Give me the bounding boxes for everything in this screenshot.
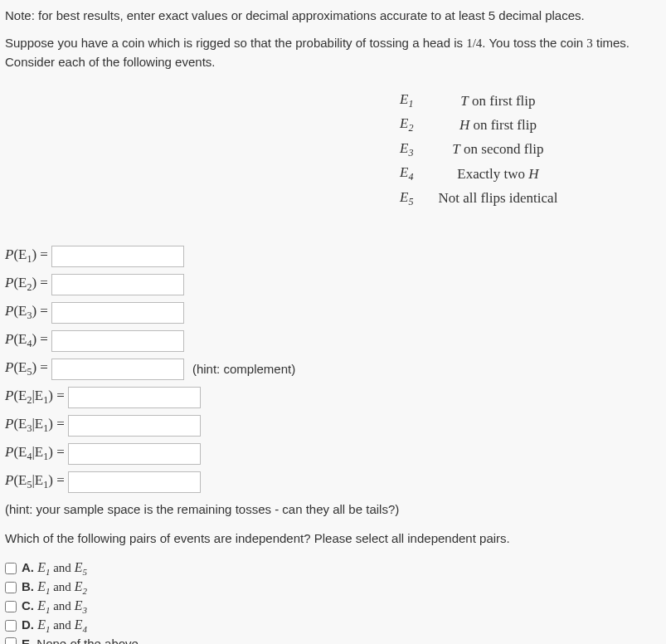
note-text: Note: for best results, enter exact valu… xyxy=(5,8,658,22)
independence-question: Which of the following pairs of events a… xyxy=(5,531,658,545)
choice-a-checkbox[interactable] xyxy=(5,563,17,574)
pe1-field[interactable] xyxy=(51,246,184,267)
pe2-field[interactable] xyxy=(51,274,184,295)
input-row-pe5: P(E5) = (hint: complement) xyxy=(5,358,658,381)
choice-e-checkbox[interactable] xyxy=(5,637,17,644)
table-row: E2 H on first flip xyxy=(388,114,569,136)
problem-statement: Suppose you have a coin which is rigged … xyxy=(5,34,658,71)
hint-complement: (hint: complement) xyxy=(192,362,295,376)
input-row-pe4ge1: P(E4|E1) = xyxy=(5,442,658,466)
input-row-pe3ge1: P(E3|E1) = xyxy=(5,414,658,437)
table-row: E1 T on first flip xyxy=(388,90,569,112)
table-row: E4 Exactly two H xyxy=(388,163,569,185)
pe3-field[interactable] xyxy=(51,302,184,324)
choice-b-row: B. E1 and E2 xyxy=(5,579,658,596)
choice-e-row: E. None of the above xyxy=(5,637,658,644)
input-row-pe5ge1: P(E5|E1) = xyxy=(5,471,658,494)
choice-c-row: C. E1 and E3 xyxy=(5,598,658,615)
events-definition-table: E1 T on first flip E2 H on first flip E3… xyxy=(386,88,571,212)
pe2ge1-field[interactable] xyxy=(68,387,201,408)
input-row-pe2: P(E2) = xyxy=(5,273,658,296)
input-row-pe2ge1: P(E2|E1) = xyxy=(5,386,658,409)
table-row: E3 T on second flip xyxy=(388,139,569,161)
input-row-pe4: P(E4) = xyxy=(5,329,658,353)
table-row: E5 Not all flips identical xyxy=(388,188,569,210)
choice-a-row: A. E1 and E5 xyxy=(5,560,658,577)
choice-d-checkbox[interactable] xyxy=(5,620,17,632)
input-row-pe1: P(E1) = xyxy=(5,245,658,268)
input-row-pe3: P(E3) = xyxy=(5,301,658,324)
pe4ge1-field[interactable] xyxy=(68,443,201,465)
pe4-field[interactable] xyxy=(51,330,184,352)
pe5-field[interactable] xyxy=(51,359,184,380)
choice-d-row: D. E1 and E4 xyxy=(5,617,658,634)
pe5ge1-field[interactable] xyxy=(68,471,201,493)
pe3ge1-field[interactable] xyxy=(68,415,201,437)
choice-c-checkbox[interactable] xyxy=(5,601,17,612)
hint-sample-space: (hint: your sample space is the remainin… xyxy=(5,502,658,516)
choice-b-checkbox[interactable] xyxy=(5,582,17,593)
